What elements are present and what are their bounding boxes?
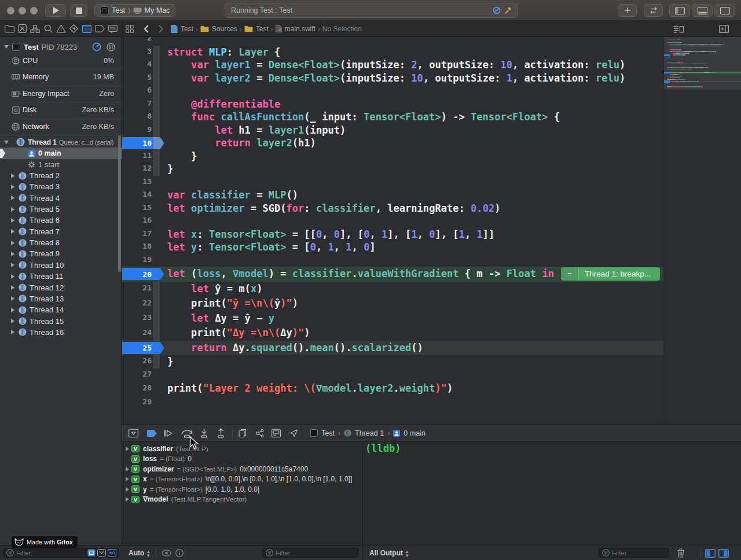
fold-ribbon[interactable] [153,58,160,72]
thread-row-thread-13[interactable]: Thread 13 [0,293,122,304]
console-filter-input[interactable] [612,550,669,557]
variables-filter-input[interactable] [276,550,358,557]
fold-ribbon[interactable] [153,150,160,163]
simulate-location-button[interactable] [289,429,298,437]
thread-row-thread-15[interactable]: Thread 15 [0,316,122,327]
disclosure-closed-icon[interactable] [11,319,14,323]
line-number[interactable]: 29 [122,397,152,406]
disclosure-closed-icon[interactable] [11,174,14,178]
disclosure-closed-icon[interactable] [126,447,129,451]
code-line-13[interactable]: 13 [122,176,663,189]
disclosure-closed-icon[interactable] [11,229,14,234]
disclosure-closed-icon[interactable] [11,252,14,256]
code-line-26[interactable]: 26} [122,355,663,369]
console-filter-field[interactable] [599,548,669,558]
console-view[interactable]: (lldb) [362,443,741,545]
variable-row-grad-model[interactable]: V ∇model (Test.MLP.TangentVector) [122,495,362,505]
code-line-27[interactable]: 27 [122,369,663,382]
crumb-file[interactable]: main.swift [285,25,316,33]
disclosure-closed-icon[interactable] [11,185,14,189]
related-items-button[interactable] [124,23,135,35]
thread-1-row[interactable]: Thread 1 Queue: c...d (serial) [0,137,122,148]
line-number[interactable]: 16 [122,216,152,224]
disclosure-closed-icon[interactable] [11,263,14,267]
code-line-11[interactable]: 11 } [122,150,663,163]
line-number[interactable]: 22 [122,299,152,307]
variable-row-x[interactable]: V x = (Tensor<Float>) \n[[0.0, 0.0],\n [… [122,474,362,485]
navigator-tab-breakpoint-navigator[interactable] [94,23,106,35]
fold-ribbon[interactable] [153,110,160,124]
stack-frame-main-row[interactable]: 0 main [0,148,122,159]
code-line-7[interactable]: 7 @differentiable [122,98,663,111]
info-icon[interactable] [175,549,184,557]
disclosure-closed-icon[interactable] [126,497,129,502]
code-area[interactable]: 23struct MLP: Layer {4 var layer1 = Dens… [122,37,663,424]
fold-ribbon[interactable] [153,46,160,59]
code-line-28[interactable]: 28print("Layer 2 weight: \(∇model.layer2… [122,381,663,396]
gauge-row-memory[interactable]: Memory 19 MB [0,69,122,85]
step-into-button[interactable] [200,428,208,438]
crumb-sources[interactable]: Sources [212,25,237,33]
code-line-24[interactable]: 24 print("Δy =\n\(Δy)") [122,326,663,341]
line-number[interactable]: 23 [122,313,152,322]
line-number[interactable]: 26 [122,356,152,365]
thread-row-thread-4[interactable]: Thread 4 [0,193,122,204]
thread-row-thread-11[interactable]: Thread 11 [0,271,122,282]
fold-ribbon[interactable] [153,282,160,297]
debug-view-hierarchy-button[interactable] [238,429,247,437]
thread-row-thread-2[interactable]: Thread 2 [0,170,122,181]
code-line-15[interactable]: 15let optimizer = SGD(for: classifier, l… [122,202,663,215]
thread-row-thread-8[interactable]: Thread 8 [0,237,122,248]
code-line-18[interactable]: 18let y: Tensor<Float> = [0, 1, 1, 0] [122,241,663,254]
line-number[interactable]: 14 [122,190,152,198]
code-line-8[interactable]: 8 func callAsFunction(_ input: Tensor<Fl… [122,110,663,124]
toggle-breakpoints-button[interactable] [146,429,157,437]
zoom-window-button[interactable] [30,7,38,14]
variable-row-loss[interactable]: V loss = (Float) 0 [122,454,362,465]
navigator-tab-debug-navigator[interactable] [81,23,93,35]
code-line-2[interactable]: 2 [122,37,663,46]
code-line-9[interactable]: 9 let h1 = layer1(input) [122,124,663,137]
thread-row-thread-3[interactable]: Thread 3 [0,181,122,192]
disclosure-closed-icon[interactable] [11,207,14,212]
disclosure-open-icon[interactable] [4,141,9,144]
line-number[interactable]: 24 [122,328,152,337]
navigator-tab-test-navigator[interactable] [68,23,80,35]
code-line-10[interactable]: 10 return layer2(h1) [122,137,663,150]
gauge-row-cpu[interactable]: CPU 0% [0,53,122,69]
stack-frame-start-row[interactable]: 1 start [0,159,122,170]
editor-minimap[interactable] [663,37,741,424]
disclosure-closed-icon[interactable] [11,308,14,312]
line-number[interactable]: 7 [122,99,152,108]
line-number[interactable]: 21 [122,283,152,292]
line-number[interactable]: 8 [122,112,152,120]
toggle-console-view-icon[interactable] [718,549,729,558]
fold-ribbon[interactable] [153,98,160,111]
code-line-17[interactable]: 17let x: Tensor<Float> = [[0, 0], [0, 1]… [122,228,663,241]
editor-options-button[interactable] [673,23,684,35]
console-output-selector[interactable]: All Output▲▼ [369,549,409,558]
disclosure-closed-icon[interactable] [11,330,14,334]
disclosure-closed-icon[interactable] [11,296,14,301]
run-button[interactable] [45,4,66,17]
debug-session-icon[interactable] [493,6,501,14]
go-forward-button[interactable] [155,23,167,35]
minimize-window-button[interactable] [19,7,26,14]
gauge-row-network[interactable]: Network Zero KB/s [0,119,122,135]
crumb-project[interactable]: Test [181,25,193,33]
navigator-filter-input[interactable] [16,550,86,557]
fold-ribbon[interactable] [153,84,160,98]
add-editor-button[interactable] [718,23,729,35]
source-editor[interactable]: 23struct MLP: Layer {4 var layer1 = Dens… [122,37,741,424]
thread-row-thread-10[interactable]: Thread 10 [0,260,122,271]
navigator-tab-find-navigator[interactable] [42,23,54,35]
gauge-row-disk[interactable]: Disk Zero KB/s [0,102,122,118]
filter-running-threads-icon[interactable] [87,549,96,557]
disclosure-closed-icon[interactable] [11,241,14,245]
breakpoint-marker-line-25[interactable]: 25 [122,342,164,354]
library-button[interactable] [618,4,637,17]
environment-overrides-button[interactable] [272,429,281,437]
line-number[interactable]: 3 [122,47,152,56]
code-line-23[interactable]: 23 let Δy = ŷ − y [122,311,663,326]
navigator-tab-symbol-navigator[interactable] [30,23,41,35]
